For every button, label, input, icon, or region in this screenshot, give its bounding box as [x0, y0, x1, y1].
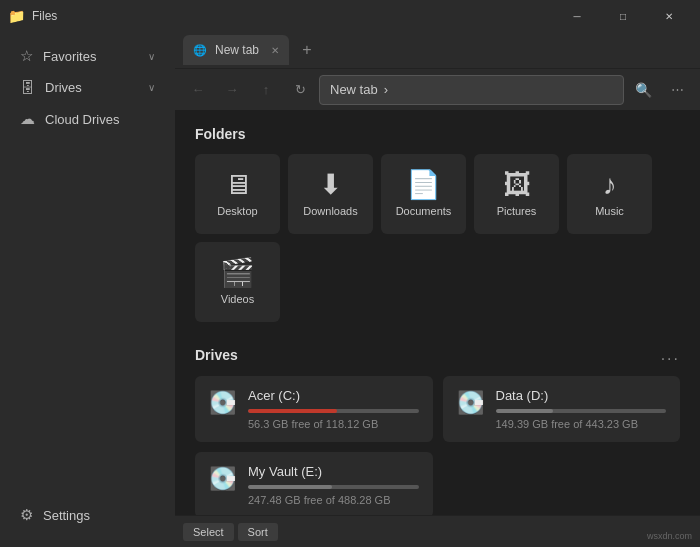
close-button[interactable]: ✕ — [646, 0, 692, 32]
drives-grid: 💽 Acer (C:) 56.3 GB free of 118.12 GB 💽 … — [195, 376, 680, 515]
tab-close-button[interactable]: ✕ — [271, 45, 279, 56]
titlebar-title: Files — [32, 9, 57, 23]
videos-icon: 🎬 — [220, 259, 255, 287]
folders-section-header: Folders — [195, 126, 680, 142]
folder-documents-label: Documents — [396, 205, 452, 217]
address-bar[interactable]: New tab › — [319, 75, 624, 105]
pictures-icon: 🖼 — [503, 171, 531, 199]
drive-e-info: My Vault (E:) 247.48 GB free of 488.28 G… — [248, 464, 419, 506]
music-icon: ♪ — [603, 171, 617, 199]
watermark: wsxdn.com — [647, 531, 692, 541]
navbar: ← → ↑ ↻ New tab › 🔍 ⋯ — [175, 68, 700, 110]
drive-c-info: Acer (C:) 56.3 GB free of 118.12 GB — [248, 388, 419, 430]
folder-videos-label: Videos — [221, 293, 254, 305]
drive-d-name: Data (D:) — [496, 388, 667, 403]
sidebar-item-cloud-drives-label: Cloud Drives — [45, 112, 119, 127]
sidebar-item-drives[interactable]: 🗄 Drives ∨ — [4, 72, 171, 103]
download-icon: ⬇ — [319, 171, 342, 199]
drive-e-free: 247.48 GB free of 488.28 GB — [248, 494, 419, 506]
folder-item-documents[interactable]: 📄 Documents — [381, 154, 466, 234]
titlebar-controls: ─ □ ✕ — [554, 0, 692, 32]
titlebar-left: 📁 Files — [8, 8, 57, 24]
up-button[interactable]: ↑ — [251, 75, 281, 105]
maximize-button[interactable]: □ — [600, 0, 646, 32]
back-button[interactable]: ← — [183, 75, 213, 105]
sidebar-item-settings-label: Settings — [43, 508, 90, 523]
refresh-button[interactable]: ↻ — [285, 75, 315, 105]
drive-c-icon: 💽 — [209, 390, 236, 416]
chevron-down-icon: ∨ — [148, 51, 155, 62]
folder-desktop-label: Desktop — [217, 205, 257, 217]
sidebar: ☆ Favorites ∨ 🗄 Drives ∨ ☁ Cloud Drives … — [0, 32, 175, 547]
drive-c-bar-fill — [248, 409, 337, 413]
chevron-down-icon-2: ∨ — [148, 82, 155, 93]
page-content: Folders 🖥 Desktop ⬇ Downloads 📄 Document… — [175, 110, 700, 515]
drives-title: Drives — [195, 347, 238, 363]
forward-button[interactable]: → — [217, 75, 247, 105]
settings-icon: ⚙ — [20, 506, 33, 524]
drive-c-name: Acer (C:) — [248, 388, 419, 403]
drive-item-c[interactable]: 💽 Acer (C:) 56.3 GB free of 118.12 GB — [195, 376, 433, 442]
folder-item-music[interactable]: ♪ Music — [567, 154, 652, 234]
drive-e-name: My Vault (E:) — [248, 464, 419, 479]
folder-item-desktop[interactable]: 🖥 Desktop — [195, 154, 280, 234]
tab-label: New tab — [215, 43, 259, 57]
cloud-icon: ☁ — [20, 110, 35, 128]
address-chevron-icon: › — [384, 82, 388, 97]
sidebar-bottom: ⚙ Settings — [0, 499, 175, 539]
drive-d-icon: 💽 — [457, 390, 484, 416]
more-options-button[interactable]: ⋯ — [662, 75, 692, 105]
main-layout: ☆ Favorites ∨ 🗄 Drives ∨ ☁ Cloud Drives … — [0, 32, 700, 547]
drives-more-button[interactable]: ... — [661, 346, 680, 364]
files-app-icon: 📁 — [8, 8, 24, 24]
folders-title: Folders — [195, 126, 246, 142]
tab-new-tab[interactable]: 🌐 New tab ✕ — [183, 35, 289, 65]
drive-c-free: 56.3 GB free of 118.12 GB — [248, 418, 419, 430]
sidebar-item-favorites[interactable]: ☆ Favorites ∨ — [4, 40, 171, 72]
drive-d-free: 149.39 GB free of 443.23 GB — [496, 418, 667, 430]
sidebar-item-drives-label: Drives — [45, 80, 82, 95]
folder-downloads-label: Downloads — [303, 205, 357, 217]
drive-e-icon: 💽 — [209, 466, 236, 492]
documents-icon: 📄 — [406, 171, 441, 199]
address-text: New tab — [330, 82, 378, 97]
drive-item-d[interactable]: 💽 Data (D:) 149.39 GB free of 443.23 GB — [443, 376, 681, 442]
drives-section-header: Drives ... — [195, 346, 680, 364]
folder-music-label: Music — [595, 205, 624, 217]
drive-d-info: Data (D:) 149.39 GB free of 443.23 GB — [496, 388, 667, 430]
sidebar-item-favorites-label: Favorites — [43, 49, 96, 64]
folder-item-videos[interactable]: 🎬 Videos — [195, 242, 280, 322]
desktop-icon: 🖥 — [224, 171, 252, 199]
drive-e-bar-fill — [248, 485, 332, 489]
new-tab-button[interactable]: + — [293, 36, 321, 64]
drive-d-bar-bg — [496, 409, 667, 413]
drives-icon: 🗄 — [20, 79, 35, 96]
select-button[interactable]: Select — [183, 523, 234, 541]
sidebar-item-settings[interactable]: ⚙ Settings — [4, 499, 171, 531]
star-icon: ☆ — [20, 47, 33, 65]
drive-c-bar-bg — [248, 409, 419, 413]
folder-item-pictures[interactable]: 🖼 Pictures — [474, 154, 559, 234]
sort-button[interactable]: Sort — [238, 523, 278, 541]
sidebar-item-cloud-drives[interactable]: ☁ Cloud Drives — [4, 103, 171, 135]
tabbar: 🌐 New tab ✕ + — [175, 32, 700, 68]
folders-grid: 🖥 Desktop ⬇ Downloads 📄 Documents 🖼 Pict… — [195, 154, 680, 322]
folder-pictures-label: Pictures — [497, 205, 537, 217]
content-area: 🌐 New tab ✕ + ← → ↑ ↻ New tab › 🔍 ⋯ — [175, 32, 700, 547]
tab-icon: 🌐 — [193, 44, 207, 57]
folder-item-downloads[interactable]: ⬇ Downloads — [288, 154, 373, 234]
titlebar: 📁 Files ─ □ ✕ — [0, 0, 700, 32]
drive-item-e[interactable]: 💽 My Vault (E:) 247.48 GB free of 488.28… — [195, 452, 433, 515]
search-icon: 🔍 — [635, 82, 652, 98]
drive-d-bar-fill — [496, 409, 554, 413]
bottombar: Select Sort — [175, 515, 700, 547]
drive-e-bar-bg — [248, 485, 419, 489]
search-button[interactable]: 🔍 — [628, 75, 658, 105]
minimize-button[interactable]: ─ — [554, 0, 600, 32]
